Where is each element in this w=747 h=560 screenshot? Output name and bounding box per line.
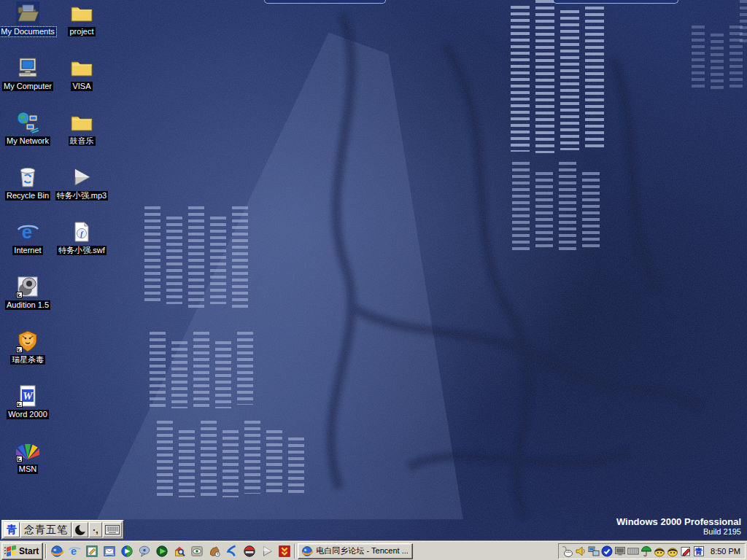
wallpaper-texture bbox=[0, 0, 747, 541]
desktop-icon-swf-file[interactable]: f 特务小强.swf bbox=[54, 220, 109, 273]
media-player-icon[interactable] bbox=[119, 543, 134, 559]
search-house-icon[interactable] bbox=[171, 543, 187, 559]
word-icon: W bbox=[16, 384, 39, 408]
desktop-icon-msn[interactable]: MSN bbox=[0, 439, 55, 492]
network-places-icon bbox=[16, 111, 39, 134]
shortcut-arrow-badge bbox=[16, 401, 23, 408]
svg-text:W: W bbox=[23, 390, 34, 402]
blue-swoosh-icon[interactable] bbox=[224, 543, 239, 559]
system-tray: 青 8:50 PM bbox=[558, 543, 746, 559]
compose-page-icon[interactable] bbox=[84, 543, 99, 559]
os-version-title: Windows 2000 Professional bbox=[616, 516, 741, 527]
internet-explorer-icon[interactable]: e bbox=[66, 543, 82, 559]
fullwidth-moon-icon[interactable] bbox=[72, 522, 88, 537]
desktop-icon-mp3-file[interactable]: 特务小强.mp3 bbox=[54, 166, 109, 219]
red-cap-face-icon[interactable] bbox=[241, 543, 257, 559]
ime-logo-icon[interactable]: 青 bbox=[4, 522, 20, 537]
desktop-icon-label: project bbox=[68, 27, 95, 36]
desktop-icon-label: Internet bbox=[12, 246, 42, 255]
desktop-icon-label: 特务小强.mp3 bbox=[55, 191, 108, 201]
desktop-icon-drum-music[interactable]: 鼓音乐 bbox=[54, 111, 109, 164]
computer-icon bbox=[16, 56, 39, 79]
start-button[interactable]: Start bbox=[1, 542, 43, 560]
ime-name-button[interactable]: 念青五笔 bbox=[20, 522, 71, 537]
ime-bar: 青 念青五笔 ·, bbox=[1, 520, 124, 540]
tt-browser-icon bbox=[301, 545, 313, 557]
desktop-icon-my-network[interactable]: My Network bbox=[0, 111, 55, 164]
messenger-bubble-icon[interactable] bbox=[136, 543, 152, 559]
play-triangle-icon[interactable] bbox=[259, 543, 274, 559]
mail-envelope-icon[interactable] bbox=[101, 543, 117, 559]
task-button-label: 电白同乡论坛 - Tencent ... bbox=[316, 545, 409, 556]
desktop-icon-label: My Computer bbox=[2, 82, 53, 91]
tt-browser-icon[interactable] bbox=[49, 543, 64, 559]
open-folder-icon bbox=[16, 1, 39, 25]
desktop: My Documents My Computer bbox=[0, 0, 747, 560]
desktop-icon-project[interactable]: project bbox=[54, 1, 109, 55]
download-chevrons-icon[interactable] bbox=[276, 543, 292, 559]
ime-qing-icon[interactable]: 青 bbox=[693, 545, 705, 557]
folder-icon bbox=[70, 56, 93, 79]
shortcut-arrow-badge bbox=[16, 456, 23, 462]
os-version-watermark: Windows 2000 Professional Build 2195 bbox=[616, 516, 741, 537]
network-monitors-icon[interactable] bbox=[588, 545, 600, 557]
folder-icon bbox=[70, 1, 93, 25]
soft-keyboard-icon[interactable] bbox=[103, 522, 122, 537]
recycle-bin-icon bbox=[16, 166, 39, 189]
green-player-icon[interactable] bbox=[154, 543, 169, 559]
desktop-icon-label: Audition 1.5 bbox=[5, 300, 50, 310]
shortcut-arrow-badge bbox=[16, 292, 23, 298]
hidden-window-edge-right[interactable] bbox=[553, 0, 678, 4]
desktop-icon-label: Word 2000 bbox=[7, 410, 49, 419]
desktop-icon-internet[interactable]: e Internet bbox=[0, 220, 55, 273]
start-button-label: Start bbox=[19, 546, 39, 556]
color-fan-icon bbox=[16, 439, 39, 462]
desktop-icon-label: 鼓音乐 bbox=[69, 136, 96, 146]
keyboard-icon[interactable] bbox=[627, 545, 639, 557]
desktop-icon-my-computer[interactable]: My Computer bbox=[0, 56, 55, 109]
flash-file-icon: f bbox=[70, 220, 93, 244]
green-umbrella-icon[interactable] bbox=[640, 545, 652, 557]
hidden-window-edge-left[interactable] bbox=[264, 0, 386, 4]
desktop-icon-label: My Documents bbox=[0, 27, 56, 36]
shortcut-arrow-badge bbox=[16, 346, 23, 353]
taskbar: Start e bbox=[0, 541, 747, 560]
acdsee-eye-icon[interactable] bbox=[189, 543, 204, 559]
volume-icon[interactable] bbox=[575, 545, 587, 557]
tray-clock[interactable]: 8:50 PM bbox=[711, 547, 740, 556]
desktop-icon-label: VISA bbox=[71, 82, 92, 91]
svg-text:e: e bbox=[22, 221, 32, 243]
desktop-icon-recycle-bin[interactable]: Recycle Bin bbox=[0, 166, 55, 219]
desktop-icon-my-documents[interactable]: My Documents bbox=[0, 1, 55, 55]
desktop-icon-label: My Network bbox=[5, 136, 50, 146]
task-button-forum[interactable]: 电白同乡论坛 - Tencent ... bbox=[298, 543, 413, 559]
folder-icon bbox=[70, 111, 93, 134]
desktop-icon-label: 瑞星杀毒 bbox=[10, 355, 45, 365]
desktop-icon-label: 特务小强.swf bbox=[57, 246, 107, 255]
taskbar-separator bbox=[45, 544, 47, 559]
blue-check-icon[interactable] bbox=[601, 545, 613, 557]
internet-explorer-icon: e bbox=[16, 220, 39, 244]
desktop-icon-label: Recycle Bin bbox=[5, 191, 50, 201]
desktop-icon-visa[interactable]: VISA bbox=[54, 56, 109, 109]
mouse-icon[interactable] bbox=[562, 545, 573, 557]
display-icon[interactable] bbox=[614, 545, 626, 557]
punctuation-icon[interactable]: ·, bbox=[89, 522, 102, 537]
desktop-icon-word-2000[interactable]: W Word 2000 bbox=[0, 384, 55, 438]
desktop-icon-audition[interactable]: Audition 1.5 bbox=[0, 275, 55, 328]
lion-icon bbox=[16, 330, 39, 353]
desktop-icon-label: MSN bbox=[18, 464, 38, 474]
os-version-build: Build 2195 bbox=[616, 527, 741, 537]
windows-logo-icon bbox=[4, 545, 17, 556]
desktop-icon-rising-antivirus[interactable]: 瑞星杀毒 bbox=[0, 330, 55, 383]
taskbar-separator bbox=[294, 544, 295, 559]
speaker-icon bbox=[16, 275, 39, 298]
donkey-icon[interactable] bbox=[206, 543, 222, 559]
play-triangle-icon bbox=[70, 166, 93, 189]
yellow-guard-icon[interactable] bbox=[654, 545, 665, 557]
yellow-guard-icon[interactable] bbox=[667, 545, 678, 557]
pen-pad-icon[interactable] bbox=[680, 545, 692, 557]
quick-launch-bar: e bbox=[49, 543, 292, 559]
